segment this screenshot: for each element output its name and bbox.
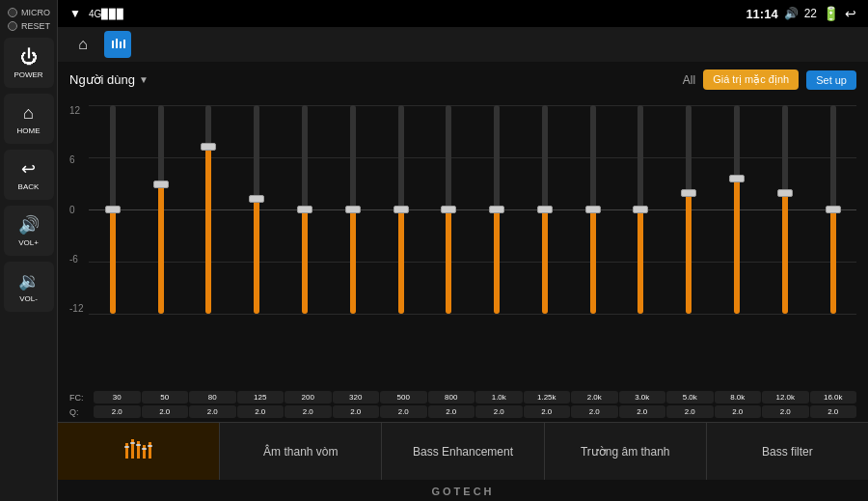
user-label: Người dùng (69, 72, 135, 87)
q-val-8.0k[interactable]: 2.0 (715, 405, 762, 418)
slider-track-12.0k (782, 105, 788, 314)
fc-val-16.0k[interactable]: 16.0k (810, 391, 857, 404)
eq-top-controls: Người dùng ▼ All Giá trị mặc định Set up (69, 70, 856, 90)
q-val-200[interactable]: 2.0 (285, 405, 332, 418)
slider-col-3.0k[interactable] (617, 105, 665, 314)
q-val-30[interactable]: 2.0 (94, 405, 141, 418)
tab-bass-filter[interactable]: Bass filter (707, 423, 868, 480)
q-row: Q:2.02.02.02.02.02.02.02.02.02.02.02.02.… (69, 405, 856, 418)
slider-col-500[interactable] (377, 105, 424, 314)
slider-col-12.0k[interactable] (761, 105, 808, 314)
slider-fill-1.25k (542, 209, 548, 314)
q-val-5.0k[interactable]: 2.0 (666, 405, 714, 418)
q-val-1.0k[interactable]: 2.0 (475, 405, 523, 418)
fc-val-30[interactable]: 30 (94, 391, 141, 404)
slider-col-16.0k[interactable] (809, 105, 856, 314)
slider-track-1.25k (542, 105, 548, 314)
nav-bar: ⌂ (58, 27, 868, 62)
slider-col-1.0k[interactable] (474, 105, 521, 314)
slider-col-50[interactable] (137, 105, 184, 314)
tab-eq[interactable] (58, 423, 220, 480)
q-val-3.0k[interactable]: 2.0 (619, 405, 666, 418)
nav-home-icon[interactable]: ⌂ (69, 31, 96, 58)
back-nav-icon[interactable]: ↩ (845, 6, 856, 21)
fc-val-800[interactable]: 800 (428, 391, 475, 404)
slider-col-125[interactable] (233, 105, 281, 314)
q-row-label: Q: (69, 407, 93, 417)
signal-icon: 4G▉▉▉ (89, 9, 124, 19)
tab-bass-enhancement[interactable]: Bass Enhancement (382, 423, 544, 480)
slider-col-320[interactable] (329, 105, 376, 314)
fc-val-1.0k[interactable]: 1.0k (475, 391, 523, 404)
slider-col-5.0k[interactable] (665, 105, 713, 314)
reset-radio[interactable]: RESET (0, 21, 57, 31)
svg-rect-10 (130, 442, 135, 444)
slider-col-80[interactable] (185, 105, 232, 314)
slider-fill-320 (350, 209, 356, 314)
slider-fill-8.0k (734, 179, 740, 314)
vol-down-label: VOL- (19, 294, 38, 303)
slider-fill-30 (110, 209, 116, 314)
q-val-12.0k[interactable]: 2.0 (762, 405, 809, 418)
q-val-16.0k[interactable]: 2.0 (810, 405, 857, 418)
slider-fill-200 (302, 209, 308, 314)
y-label-12: 12 (69, 105, 83, 116)
back-button[interactable]: ↩ BACK (4, 150, 54, 200)
q-val-80[interactable]: 2.0 (189, 405, 236, 418)
user-selector[interactable]: Người dùng ▼ (69, 72, 149, 87)
fc-val-3.0k[interactable]: 3.0k (619, 391, 666, 404)
slider-track-80 (205, 105, 211, 314)
sliders-area (89, 97, 856, 314)
brand-label: GOTECH (431, 486, 494, 497)
fc-val-125[interactable]: 125 (237, 391, 285, 404)
q-val-50[interactable]: 2.0 (142, 405, 189, 418)
slider-col-800[interactable] (425, 105, 473, 314)
fc-val-320[interactable]: 320 (333, 391, 380, 404)
fc-val-12.0k[interactable]: 12.0k (762, 391, 809, 404)
fc-val-8.0k[interactable]: 8.0k (715, 391, 762, 404)
tab-surround[interactable]: Âm thanh vòm (220, 423, 382, 480)
q-val-2.0k[interactable]: 2.0 (571, 405, 618, 418)
slider-col-200[interactable] (282, 105, 329, 314)
setup-button[interactable]: Set up (806, 70, 856, 90)
q-val-800[interactable]: 2.0 (428, 405, 475, 418)
fc-val-500[interactable]: 500 (380, 391, 427, 404)
fc-val-1.25k[interactable]: 1.25k (524, 391, 571, 404)
surround-label: Âm thanh vòm (263, 445, 338, 459)
slider-thumb-500 (393, 206, 409, 213)
status-bar: ▼ 4G▉▉▉ 11:14 🔊 22 🔋 ↩ (58, 0, 868, 27)
slider-col-8.0k[interactable] (714, 105, 761, 314)
slider-col-2.0k[interactable] (569, 105, 616, 314)
fc-val-80[interactable]: 80 (189, 391, 236, 404)
power-button[interactable]: ⏻ POWER (4, 38, 54, 88)
slider-track-200 (302, 105, 308, 314)
q-val-125[interactable]: 2.0 (237, 405, 285, 418)
slider-fill-12.0k (782, 193, 788, 314)
slider-track-5.0k (686, 105, 692, 314)
vol-down-button[interactable]: 🔉 VOL- (4, 262, 54, 312)
slider-thumb-800 (441, 206, 456, 213)
home-button[interactable]: ⌂ HOME (4, 94, 54, 144)
slider-thumb-5.0k (681, 189, 696, 197)
q-val-320[interactable]: 2.0 (333, 405, 380, 418)
tab-sound-field[interactable]: Trường âm thanh (545, 423, 707, 480)
slider-col-1.25k[interactable] (521, 105, 568, 314)
micro-radio[interactable]: MICRO (0, 8, 57, 17)
vol-up-button[interactable]: 🔊 VOL+ (4, 206, 54, 256)
fc-val-50[interactable]: 50 (142, 391, 189, 404)
fc-val-200[interactable]: 200 (285, 391, 332, 404)
bottom-tabs: Âm thanh vòm Bass Enhancement Trường âm … (58, 422, 868, 480)
slider-thumb-125 (249, 195, 264, 203)
fc-val-2.0k[interactable]: 2.0k (571, 391, 618, 404)
default-values-button[interactable]: Giá trị mặc định (703, 70, 799, 90)
slider-col-30[interactable] (89, 105, 136, 314)
bass-enhancement-label: Bass Enhancement (413, 445, 513, 459)
q-val-500[interactable]: 2.0 (380, 405, 427, 418)
fc-val-5.0k[interactable]: 5.0k (666, 391, 714, 404)
back-icon: ↩ (21, 158, 36, 180)
q-val-1.25k[interactable]: 2.0 (524, 405, 571, 418)
slider-fill-16.0k (830, 209, 836, 314)
slider-thumb-3.0k (633, 206, 648, 213)
slider-thumb-320 (345, 206, 361, 213)
nav-eq-icon[interactable] (104, 31, 131, 58)
